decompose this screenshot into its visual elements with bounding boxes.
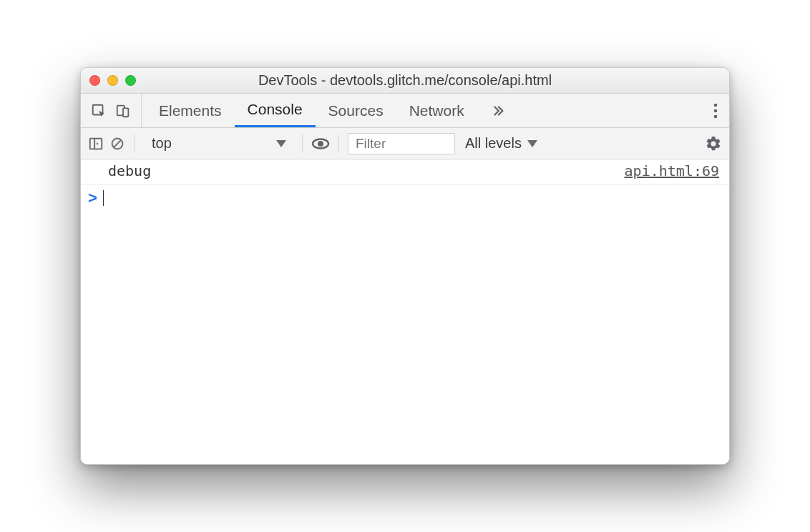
svg-rect-6 <box>90 138 102 149</box>
svg-point-5 <box>714 114 718 118</box>
window-title: DevTools - devtools.glitch.me/console/ap… <box>81 72 729 89</box>
log-source-link[interactable]: api.html:69 <box>625 162 719 179</box>
tabbar-right-tools <box>702 94 729 127</box>
separator <box>134 134 135 153</box>
tab-sources[interactable]: Sources <box>316 94 396 127</box>
panel-tabs: Elements Console Sources Network <box>142 94 519 127</box>
levels-label: All levels <box>465 135 522 152</box>
devtools-tabbar: Elements Console Sources Network <box>81 94 729 128</box>
traffic-lights <box>89 75 136 86</box>
svg-point-11 <box>318 141 323 147</box>
context-label: top <box>152 135 172 152</box>
separator <box>302 134 303 153</box>
tab-network[interactable]: Network <box>396 94 477 127</box>
chevrons-right-icon <box>490 103 506 119</box>
console-output: debug api.html:69 > <box>81 159 729 464</box>
console-sidebar-toggle-icon[interactable] <box>88 136 104 152</box>
minimize-window-button[interactable] <box>107 75 118 86</box>
log-message: debug <box>108 162 151 179</box>
separator <box>338 134 339 153</box>
svg-line-9 <box>114 139 122 147</box>
text-cursor <box>103 190 104 206</box>
tabbar-left-tools <box>81 94 142 127</box>
devtools-window: DevTools - devtools.glitch.me/console/ap… <box>80 67 730 465</box>
more-menu-icon[interactable] <box>713 103 718 119</box>
tab-console[interactable]: Console <box>235 94 316 127</box>
prompt-caret-icon: > <box>88 189 97 207</box>
live-expression-icon[interactable] <box>311 136 330 152</box>
svg-point-4 <box>714 109 718 112</box>
tab-elements[interactable]: Elements <box>146 94 235 127</box>
chevron-down-icon <box>527 140 537 147</box>
console-prompt[interactable]: > <box>81 184 729 212</box>
svg-rect-2 <box>123 108 128 117</box>
tabs-overflow-button[interactable] <box>477 94 519 127</box>
execution-context-select[interactable]: top <box>143 132 293 155</box>
svg-point-3 <box>714 103 718 107</box>
window-titlebar: DevTools - devtools.glitch.me/console/ap… <box>81 68 729 94</box>
console-toolbar: top All levels <box>81 128 729 159</box>
clear-console-icon[interactable] <box>109 136 125 152</box>
console-settings-icon[interactable] <box>705 135 722 152</box>
device-toolbar-icon[interactable] <box>115 103 131 119</box>
console-log-entry: debug api.html:69 <box>81 159 729 184</box>
close-window-button[interactable] <box>89 75 100 86</box>
zoom-window-button[interactable] <box>125 75 136 86</box>
chevron-down-icon <box>276 140 286 147</box>
filter-input[interactable] <box>348 133 455 154</box>
inspect-element-icon[interactable] <box>91 103 107 119</box>
log-levels-select[interactable]: All levels <box>461 135 542 152</box>
